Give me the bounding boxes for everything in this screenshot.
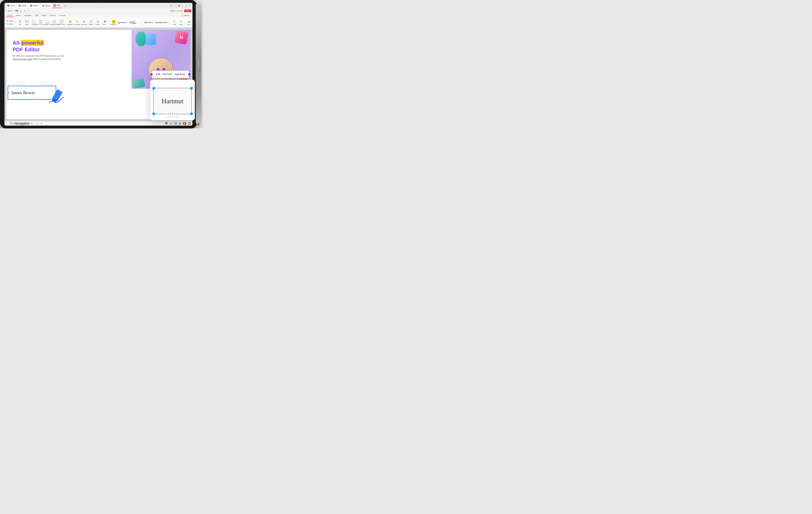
sig-corner-bl	[152, 113, 155, 115]
image-icon	[25, 20, 29, 24]
tab-home[interactable]: ⌂ Home	[6, 3, 17, 8]
sig-card-border: Hartmut	[153, 88, 192, 114]
view-fit-icon[interactable]: ⊡	[174, 122, 177, 125]
image-tool[interactable]: Image	[24, 20, 30, 26]
fullscreen-icon[interactable]: ⊡	[188, 122, 191, 125]
image-label: Image	[25, 24, 29, 25]
tab-slides[interactable]: S Slides	[40, 3, 52, 8]
layout-icon[interactable]: ⊞	[171, 5, 173, 7]
nav-label: Navigation	[14, 122, 30, 125]
all-text: All-	[12, 40, 21, 46]
replacements-tool[interactable]: ab Replacements ▾	[155, 21, 169, 24]
search-area[interactable]: 🔍 Search	[179, 14, 191, 17]
pen-illustration	[47, 89, 65, 107]
handle-tl[interactable]	[7, 85, 9, 87]
tab-annotate-nav[interactable]: Annotate	[23, 14, 33, 17]
tab-sheets[interactable]: S Sheets	[28, 3, 40, 8]
svg-text:ab: ab	[69, 21, 71, 23]
tab-edit-nav[interactable]: Edit	[33, 14, 40, 17]
draw-tool[interactable]: ✏️ Draw	[172, 20, 177, 26]
save-icon[interactable]: 💾	[15, 9, 18, 12]
sign-tool[interactable]: ✍️ Sign ▾	[186, 20, 192, 26]
pdf-tab-label: PDF	[56, 4, 60, 6]
hand-label: Hand	[9, 20, 13, 22]
shape-tool[interactable]: ⬡ Shape ▾	[95, 20, 101, 26]
watermark-tool[interactable]: W Watermark ▾	[58, 20, 64, 26]
view-single-icon[interactable]: ▭	[170, 122, 172, 125]
share-button[interactable]: Share	[184, 9, 191, 12]
background-tool[interactable]: Background ▾	[52, 20, 57, 26]
page2-label: Page	[45, 24, 49, 25]
replacements-icon: ab	[156, 22, 158, 24]
minimize-button[interactable]: ─	[182, 5, 184, 7]
text-icon: T	[18, 20, 22, 24]
handle-bl[interactable]	[7, 98, 9, 100]
note-tool[interactable]: 📌 Note ▾	[102, 20, 108, 26]
menu-icon[interactable]: ≡	[6, 10, 7, 12]
highlight2-tool[interactable]: H Highlight ▾	[111, 20, 117, 26]
page-nav-next[interactable]: ›	[39, 123, 39, 124]
more-toolbar-button[interactable]: …	[31, 9, 34, 12]
page-nav-first[interactable]: ⏮	[31, 123, 33, 124]
nav-tabs: Home Insert Annotate Edit Page Protect C…	[4, 13, 193, 18]
play-button[interactable]: ▶	[183, 122, 186, 125]
close-button[interactable]: ✕	[189, 5, 191, 7]
underline-label: Underline	[120, 22, 126, 23]
underline-tool[interactable]: U Underline ▾	[118, 21, 128, 24]
cooperate-switch[interactable]	[170, 10, 175, 12]
grid-icon[interactable]: ⋮⋮	[174, 5, 176, 7]
text-tool[interactable]: T Text	[17, 20, 23, 26]
view-icon[interactable]: 👁️	[165, 122, 168, 125]
nav-switch[interactable]	[9, 122, 14, 125]
tab-writer[interactable]: W Writer	[17, 3, 28, 8]
redo-button[interactable]: ↪	[27, 9, 30, 12]
home-tab-label: Home	[10, 5, 15, 7]
print-icon[interactable]: 🖨	[19, 9, 22, 12]
handle-bm[interactable]	[31, 98, 33, 100]
hl-chevron: ▾	[73, 24, 74, 25]
tab-protect-nav[interactable]: Protect	[48, 14, 57, 17]
handle-ml[interactable]	[7, 92, 9, 94]
handle-tr[interactable]	[55, 85, 57, 87]
user-avatar[interactable]: 👤	[178, 4, 180, 7]
file-menu[interactable]: File ▾	[8, 10, 12, 12]
tab-convert-nav[interactable]: Convert	[58, 14, 67, 17]
insert-symbol-tool[interactable]: Ω Insert Symbol ▾	[129, 21, 142, 24]
header-footer-tool[interactable]: Header & Footer ▾	[38, 20, 44, 26]
textbox-tool[interactable]: A Textbox	[88, 20, 94, 26]
doc-content-left: All-powerful PDF Editor We offer you a n…	[12, 34, 184, 61]
svg-rect-6	[39, 20, 42, 21]
page-tool-2[interactable]: Page ▾	[45, 20, 50, 26]
undo-button[interactable]: ↩	[23, 9, 26, 12]
page-nav-prev[interactable]: ‹	[34, 123, 34, 124]
tab-insert-nav[interactable]: Insert	[14, 14, 22, 17]
tab-pdf[interactable]: P PDF	[52, 3, 62, 8]
highlight-tool[interactable]: ab Highlight ▾	[67, 20, 73, 26]
cooperate-toggle[interactable]: Cooperate	[170, 10, 183, 12]
maximize-button[interactable]: □	[185, 5, 187, 7]
tab-page-nav[interactable]: Page	[40, 14, 48, 17]
lenovo-brand: Lenovo	[198, 61, 200, 67]
instruction-tool[interactable]: ① Instruction	[81, 20, 87, 26]
add-tab-button[interactable]: + ▾	[62, 4, 67, 8]
deleteline-tool[interactable]: S Deleteline ▾	[144, 21, 154, 24]
sig-corner-br	[190, 113, 193, 115]
page-icon	[32, 20, 35, 24]
instruction-label: Instruction	[81, 24, 87, 25]
tab-home-nav[interactable]: Home	[6, 14, 14, 17]
page-nav-last[interactable]: ⏭	[41, 123, 42, 124]
replacements-label: Replacements	[158, 22, 167, 23]
hand-tool[interactable]: ✋ Hand	[6, 20, 14, 22]
select-tool[interactable]: ↖ Select	[6, 23, 13, 25]
pdf-tab-icon: P	[54, 4, 56, 6]
annotate-tool[interactable]: ✏️ Annotate	[74, 20, 80, 26]
add-icon: +	[63, 4, 64, 7]
annex-tool[interactable]: 📎 Annex	[178, 20, 184, 26]
cloud-icon-area[interactable]: ☁️	[6, 123, 8, 124]
handle-tm[interactable]	[31, 85, 33, 87]
view-compare-icon[interactable]: ⧈	[178, 122, 181, 125]
more-tabs-icon: ▾	[65, 4, 66, 7]
navigation-toggle[interactable]: Navigation	[9, 122, 30, 125]
signature-name: James Bowie	[11, 90, 35, 95]
page2-chevron: ▾	[49, 24, 50, 25]
